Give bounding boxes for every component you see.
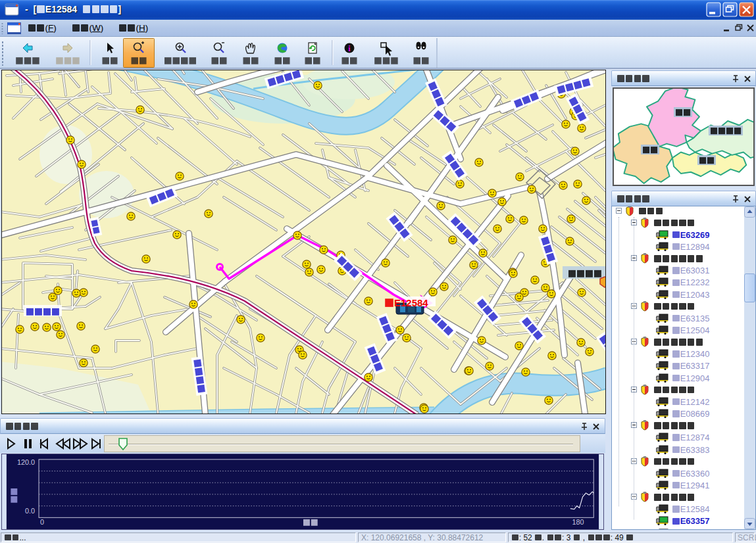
svg-text:120.0: 120.0 (17, 458, 35, 466)
svg-text:180: 180 (572, 518, 584, 526)
svg-text:E12584: E12584 (394, 297, 428, 308)
svg-text:0: 0 (40, 518, 44, 526)
svg-text:0.0: 0.0 (25, 507, 35, 515)
